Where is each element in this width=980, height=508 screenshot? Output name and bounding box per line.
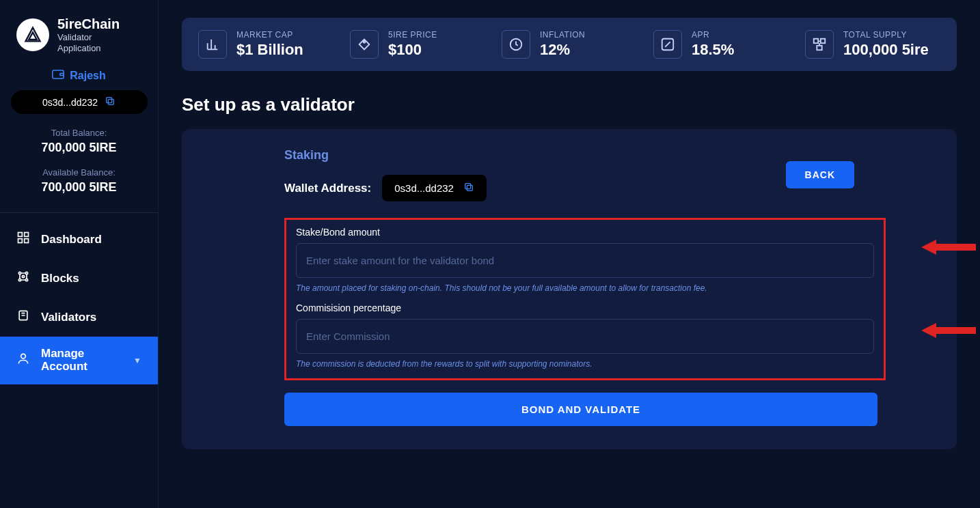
svg-rect-7 [25,239,29,243]
bond-and-validate-button[interactable]: BOND AND VALIDATE [284,393,877,426]
highlighted-form-area: Stake/Bond amount The amount placed for … [284,218,886,380]
svg-rect-5 [25,233,29,237]
nav-divider [0,212,158,213]
staking-card: Staking Wallet Address: 0s3d...dd232 BAC… [182,129,957,449]
user-name: Rajesh [70,70,105,82]
price-icon [350,30,379,59]
sidebar-item-label: Dashboard [41,233,102,246]
stat-label: INFLATION [540,30,585,40]
sidebar-item-label-line1: Manage [41,348,87,361]
apr-icon [653,30,682,59]
stat-value: 100,000 5ire [843,41,929,59]
stake-amount-label: Stake/Bond amount [296,227,874,238]
page-title: Set up as a validator [182,94,957,115]
dashboard-icon [16,231,30,248]
available-balance: Available Balance: 700,000 5IRE [0,167,158,195]
svg-point-11 [25,279,27,281]
svg-marker-23 [921,240,976,255]
address-pill[interactable]: 0s3d...dd232 [11,90,148,114]
copy-icon[interactable] [105,96,115,109]
sidebar-item-manage-account[interactable]: Manage Account ▼ [0,337,158,384]
svg-rect-19 [821,39,825,43]
brand-logo-icon [16,18,49,51]
svg-point-9 [25,272,27,274]
total-balance-label: Total Balance: [0,128,158,138]
svg-rect-6 [18,239,23,243]
copy-icon[interactable] [463,182,474,195]
svg-rect-21 [467,185,472,190]
commission-help: The commission is deducted from the rewa… [296,359,874,369]
brand-subtitle-2: Application [57,43,120,54]
back-button[interactable]: BACK [786,161,854,188]
svg-point-15 [364,41,366,43]
annotation-arrow-icon [921,238,976,256]
total-balance-value: 700,000 5IRE [0,141,158,155]
stat-label: TOTAL SUPPLY [843,30,929,40]
sidebar-item-label: Blocks [41,272,79,285]
main-content: MARKET CAP $1 Billion 5IRE PRICE $100 [159,0,980,508]
chevron-down-icon: ▼ [133,356,141,365]
svg-rect-0 [53,70,64,79]
svg-marker-24 [921,323,976,338]
svg-rect-22 [465,184,471,189]
sidebar: 5ireChain Validator Application Rajesh 0… [0,0,159,508]
stat-value: $100 [388,41,437,59]
svg-rect-20 [817,46,821,50]
available-balance-label: Available Balance: [0,167,158,178]
stake-amount-help: The amount placed for staking on-chain. … [296,283,874,293]
supply-icon [805,30,834,59]
wallet-address-text: 0s3d...dd232 [394,182,454,194]
sidebar-item-dashboard[interactable]: Dashboard [0,220,158,259]
stats-bar: MARKET CAP $1 Billion 5IRE PRICE $100 [182,18,957,71]
svg-rect-1 [60,74,64,76]
stat-price: 5IRE PRICE $100 [350,30,485,59]
wallet-label: Wallet Address: [284,182,371,195]
commission-label: Commisision percentage [296,302,874,313]
brand-subtitle-1: Validator [57,32,120,43]
wallet-address-row: Wallet Address: 0s3d...dd232 [284,175,487,201]
marketcap-icon [198,30,227,59]
stat-value: 18.5% [692,41,734,59]
svg-point-8 [18,272,21,274]
stake-amount-input[interactable] [296,243,874,278]
svg-rect-4 [18,233,23,237]
staking-heading: Staking [284,148,487,163]
stat-label: APR [692,30,734,40]
svg-rect-3 [107,98,112,103]
stat-marketcap: MARKET CAP $1 Billion [198,30,334,59]
inflation-icon [502,30,530,59]
brand-block: 5ireChain Validator Application [0,0,158,61]
commission-input[interactable] [296,319,874,354]
stat-value: $1 Billion [236,41,303,59]
sidebar-item-blocks[interactable]: Blocks [0,259,158,298]
svg-rect-2 [108,100,113,105]
wallet-address-pill[interactable]: 0s3d...dd232 [382,175,487,201]
user-row[interactable]: Rajesh [0,70,158,82]
sidebar-item-label: Validators [41,311,96,324]
blocks-icon [16,270,30,287]
available-balance-value: 700,000 5IRE [0,180,158,195]
address-text: 0s3d...dd232 [42,97,98,108]
annotation-arrow-icon [921,322,976,339]
svg-rect-18 [814,39,818,43]
svg-point-10 [18,279,21,281]
stat-inflation: INFLATION 12% [502,30,637,59]
stat-value: 12% [540,41,585,59]
brand-title: 5ireChain [57,16,120,32]
stat-label: 5IRE PRICE [388,30,437,40]
sidebar-item-validators[interactable]: Validators [0,298,158,337]
validators-icon [16,309,30,326]
stat-label: MARKET CAP [236,30,303,40]
total-balance: Total Balance: 700,000 5IRE [0,128,158,155]
svg-point-14 [21,354,26,359]
stat-apr: APR 18.5% [653,30,789,59]
svg-point-12 [22,276,24,278]
wallet-icon [52,70,64,82]
sidebar-item-label-line2: Account [41,361,87,373]
account-icon [16,352,30,369]
stat-supply: TOTAL SUPPLY 100,000 5ire [805,30,940,59]
